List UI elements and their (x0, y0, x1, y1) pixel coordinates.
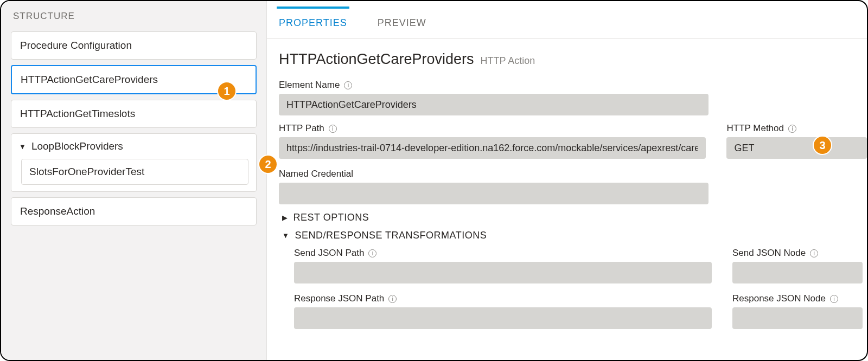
structure-group-loopblockproviders: ▼ LoopBlockProviders SlotsForOneProvider… (11, 133, 257, 192)
page-title: HTTPActionGetCareProviders (279, 51, 474, 68)
response-json-node-input[interactable] (732, 307, 863, 329)
structure-item-label: ResponseAction (20, 205, 95, 217)
structure-child-label: SlotsForOneProviderTest (29, 166, 144, 177)
info-icon[interactable]: i (788, 125, 796, 133)
properties-content: HTTPActionGetCareProviders HTTP Action E… (267, 39, 867, 360)
field-label: HTTP Path i (279, 123, 706, 134)
info-icon[interactable]: i (344, 81, 352, 89)
send-json-node-input[interactable] (732, 262, 863, 283)
structure-item-label: HTTPActionGetCareProviders (21, 74, 158, 85)
http-path-input[interactable] (279, 137, 706, 159)
field-label: Named Credential (279, 169, 709, 179)
info-icon[interactable]: i (830, 295, 838, 303)
caret-down-icon: ▼ (19, 143, 26, 151)
field-response-json-node: Response JSON Node i (732, 293, 863, 329)
send-json-path-input[interactable] (294, 262, 712, 283)
structure-item-label: Procedure Configuration (20, 40, 132, 51)
field-element-name: Element Name i (279, 80, 709, 115)
tab-bar: PROPERTIES PREVIEW (267, 1, 867, 39)
row-path-method: HTTP Path i HTTP Method i (279, 123, 867, 166)
field-response-json-path: Response JSON Path i (294, 293, 712, 329)
tab-label: PREVIEW (378, 17, 426, 28)
page-heading: HTTPActionGetCareProviders HTTP Action (279, 51, 867, 68)
section-rest-options[interactable]: ▶ REST OPTIONS (279, 212, 867, 223)
caret-down-icon: ▼ (282, 231, 289, 240)
http-method-select[interactable] (726, 137, 867, 159)
structure-sidebar: STRUCTURE Procedure Configuration HTTPAc… (1, 1, 267, 360)
main-panel: PROPERTIES PREVIEW HTTPActionGetCareProv… (267, 1, 867, 360)
field-label: HTTP Method i (726, 123, 867, 134)
section-send-response[interactable]: ▼ SEND/RESPONSE TRANSFORMATIONS (279, 230, 867, 241)
field-label: Send JSON Node i (732, 248, 863, 259)
structure-item-httpaction-gettimeslots[interactable]: HTTPActionGetTimeslots (11, 100, 257, 128)
structure-group-header[interactable]: ▼ LoopBlockProviders (19, 140, 248, 152)
field-send-json-node: Send JSON Node i (732, 248, 863, 283)
app-frame: 1 2 3 STRUCTURE Procedure Configuration … (0, 0, 868, 361)
field-label: Element Name i (279, 80, 709, 91)
field-http-path: HTTP Path i (279, 123, 706, 159)
callout-badge-1: 1 (217, 81, 237, 101)
row-response-json: Response JSON Path i Response JSON Node … (294, 293, 867, 337)
structure-item-label: HTTPActionGetTimeslots (20, 108, 135, 119)
page-subtitle: HTTP Action (481, 55, 535, 67)
section-label: SEND/RESPONSE TRANSFORMATIONS (295, 230, 487, 241)
field-named-credential: Named Credential (279, 169, 709, 204)
send-response-body: Send JSON Path i Send JSON Node i (279, 248, 867, 337)
response-json-path-input[interactable] (294, 307, 712, 329)
info-icon[interactable]: i (388, 295, 397, 303)
field-label: Response JSON Node i (732, 293, 863, 304)
info-icon[interactable]: i (368, 249, 376, 257)
field-label: Send JSON Path i (294, 248, 712, 259)
element-name-input[interactable] (279, 94, 709, 115)
named-credential-input[interactable] (279, 183, 709, 204)
field-label: Response JSON Path i (294, 293, 712, 304)
structure-item-responseaction[interactable]: ResponseAction (11, 197, 257, 225)
field-send-json-path: Send JSON Path i (294, 248, 712, 283)
structure-item-procedure-configuration[interactable]: Procedure Configuration (11, 31, 257, 60)
structure-child-slotsforoneprovidertest[interactable]: SlotsForOneProviderTest (21, 159, 248, 185)
caret-right-icon: ▶ (282, 214, 288, 222)
field-http-method: HTTP Method i (726, 123, 867, 159)
callout-badge-3: 3 (813, 136, 832, 155)
info-icon[interactable]: i (329, 125, 337, 133)
tab-properties[interactable]: PROPERTIES (277, 7, 349, 38)
info-icon[interactable]: i (810, 249, 818, 257)
section-label: REST OPTIONS (293, 212, 369, 223)
tab-label: PROPERTIES (279, 17, 347, 28)
tab-preview[interactable]: PREVIEW (375, 7, 429, 38)
callout-badge-2: 2 (258, 154, 278, 174)
structure-group-label: LoopBlockProviders (31, 140, 123, 152)
sidebar-title: STRUCTURE (11, 11, 257, 22)
row-send-json: Send JSON Path i Send JSON Node i (294, 248, 867, 291)
